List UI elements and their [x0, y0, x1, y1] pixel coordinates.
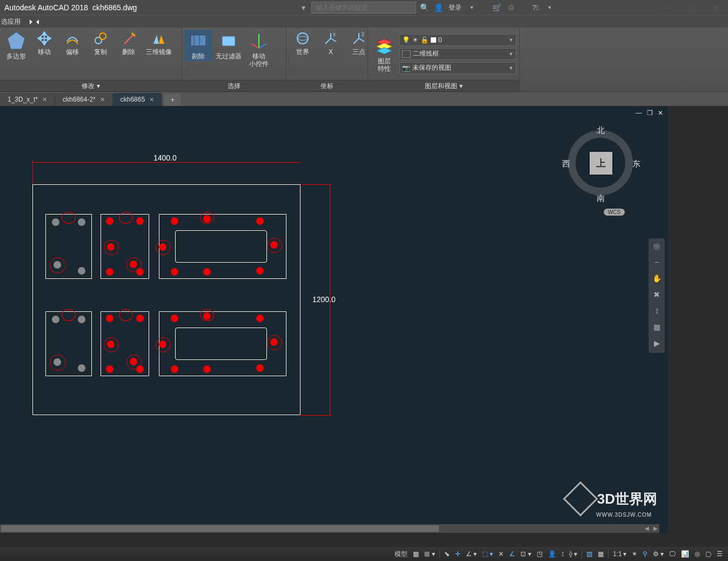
otrack-toggle[interactable]: ∠: [507, 549, 517, 559]
look-icon[interactable]: ⟟: [651, 306, 662, 317]
help-dropdown-icon[interactable]: ▼: [544, 2, 556, 14]
scale-button[interactable]: 1:1 ▾: [611, 549, 629, 559]
polygon-label: 多边形: [6, 52, 26, 60]
menu-dropdown-icon[interactable]: ▾: [297, 2, 309, 14]
steering-wheel-icon[interactable]: ◎: [651, 242, 662, 252]
menu-toggle-icon[interactable]: ⏵⏴: [28, 18, 41, 25]
x-axis-button[interactable]: x X: [317, 30, 345, 57]
mirror3d-button[interactable]: 三维镜像: [143, 30, 175, 57]
polygon-button[interactable]: 多边形: [2, 30, 30, 61]
cart-icon[interactable]: 🛒: [491, 2, 503, 14]
ribbon-tools: 图层 特性 💡☀🔓0 ▼ 二维线框 ▼ 📷未保: [368, 28, 519, 80]
window-controls: — ☐ ✕: [655, 0, 728, 15]
pan-icon[interactable]: ✋: [651, 274, 662, 285]
layer-props-button[interactable]: 图层 特性: [370, 30, 398, 78]
layer-props-icon: [375, 36, 394, 55]
svg-line-9: [259, 44, 266, 48]
exchange-icon[interactable]: ♲: [505, 2, 517, 14]
search-icon[interactable]: 🔍: [418, 2, 430, 14]
orbit-icon[interactable]: ✖: [651, 290, 662, 301]
login-label[interactable]: 登录: [449, 3, 462, 12]
iso-toggle[interactable]: ∠ ▾: [464, 549, 479, 559]
tab-close-icon[interactable]: ✕: [42, 96, 47, 103]
isolate-toggle[interactable]: ◎: [692, 549, 702, 559]
viewcube-west[interactable]: 西: [562, 159, 570, 169]
scroll-thumb[interactable]: [1, 525, 439, 532]
clean-screen-toggle[interactable]: ▢: [703, 549, 713, 559]
tab-add-button[interactable]: +: [164, 94, 181, 106]
gizmo-toggle[interactable]: ⟠ ▾: [567, 549, 579, 559]
monitor-toggle[interactable]: 🖵: [667, 549, 678, 559]
move-button[interactable]: 移动: [30, 30, 58, 57]
dyn-input-toggle[interactable]: 👤: [546, 549, 558, 559]
cycling-toggle[interactable]: ▦: [596, 549, 606, 559]
panel-title-modify[interactable]: 修改 ▾: [0, 80, 182, 91]
nofilter-button[interactable]: 无过滤器: [212, 30, 245, 61]
watermark-url: WWW.3DSJW.COM: [596, 512, 652, 518]
help-icon[interactable]: ?⃝: [530, 2, 542, 14]
hardware-accel-toggle[interactable]: 📊: [679, 549, 691, 559]
workspace-button[interactable]: ⚙ ▾: [651, 549, 666, 559]
viewcube-east[interactable]: 东: [632, 159, 640, 169]
doc-close-icon[interactable]: ✕: [656, 109, 665, 117]
zoom-minus-icon[interactable]: −: [651, 258, 662, 269]
file-tab[interactable]: 1_3D_x_t*✕: [0, 93, 55, 106]
filter-toggle[interactable]: ⟟: [559, 549, 566, 559]
gizmo-button[interactable]: 移动 小控件: [245, 30, 273, 69]
file-tab[interactable]: ckh6864-2*✕: [55, 93, 113, 106]
watermark-logo-icon: [563, 481, 598, 516]
annotation-toggle[interactable]: ✶: [630, 549, 639, 559]
status-bar: 模型 ▦ ⊞ ▾ ⬊ ✛ ∠ ▾ ⬚ ▾ ✕ ∠ ⊡ ▾ ◳ 👤 ⟟ ⟠ ▾ ▨…: [0, 547, 728, 561]
grid-icon[interactable]: ▦: [651, 323, 662, 333]
scroll-right-icon[interactable]: ▶: [652, 525, 659, 532]
offset-label: 偏移: [66, 48, 79, 56]
offset-button[interactable]: 偏移: [58, 30, 86, 57]
viewcube-north[interactable]: 北: [597, 125, 605, 136]
dim-extension-line: [32, 160, 33, 187]
transparency-toggle[interactable]: ▨: [584, 549, 595, 559]
3dosnap-toggle[interactable]: ✕: [496, 549, 506, 559]
snap-toggle[interactable]: ⊞ ▾: [422, 549, 437, 559]
delete-button[interactable]: 删除: [115, 30, 143, 57]
cull-button[interactable]: 剔除: [184, 30, 212, 61]
login-dropdown-icon[interactable]: ▼: [466, 2, 478, 14]
user-icon[interactable]: 👤: [432, 2, 444, 14]
menu-app-select[interactable]: 选应用: [1, 17, 21, 26]
panel-title-coords[interactable]: 坐标: [286, 80, 368, 91]
viewcube-face-top[interactable]: 上: [590, 152, 612, 175]
doc-restore-icon[interactable]: ❐: [645, 109, 654, 117]
panel-title-layer-view[interactable]: 图层和视图 ▾: [368, 80, 519, 91]
viewcube-south[interactable]: 南: [597, 193, 605, 204]
grid-toggle[interactable]: ▦: [411, 549, 421, 559]
scroll-left-icon[interactable]: ◀: [643, 525, 651, 532]
horizontal-scrollbar[interactable]: ◀ ▶: [0, 524, 659, 533]
lineweight-toggle[interactable]: ⊡ ▾: [518, 549, 533, 559]
layer-dropdown[interactable]: 💡☀🔓0 ▼: [399, 34, 516, 46]
world-button[interactable]: 世界: [289, 30, 317, 57]
minimize-button[interactable]: —: [655, 0, 679, 15]
view-dropdown[interactable]: 📷未保存的视图 ▼: [399, 62, 516, 74]
doc-minimize-icon[interactable]: —: [635, 109, 643, 117]
customize-button[interactable]: ☰: [714, 549, 725, 559]
search-input[interactable]: [311, 2, 416, 14]
copy-button[interactable]: 复制: [86, 30, 115, 57]
ortho-toggle[interactable]: ⬊: [442, 549, 452, 559]
tab-close-icon[interactable]: ✕: [149, 96, 154, 103]
tab-close-icon[interactable]: ✕: [100, 96, 105, 103]
ucs-toggle[interactable]: ◳: [535, 549, 545, 559]
file-tab-active[interactable]: ckh6865✕: [113, 93, 162, 106]
osnap-toggle[interactable]: ⬚ ▾: [480, 549, 495, 559]
polar-toggle[interactable]: ✛: [453, 549, 463, 559]
drawing-canvas[interactable]: — ❐ ✕ 上 北 南 西 东 WCS ◎ − ✋ ✖ ⟟ ▦ ▶ 1400.0…: [0, 106, 668, 533]
polygon-icon: [6, 31, 26, 50]
visual-style-dropdown[interactable]: 二维线框 ▼: [399, 48, 516, 60]
play-icon[interactable]: ▶: [651, 339, 662, 350]
maximize-button[interactable]: ☐: [679, 0, 704, 15]
wcs-badge[interactable]: WCS: [604, 209, 625, 216]
annotation-auto-toggle[interactable]: ⚲: [640, 549, 650, 559]
view-cube[interactable]: 上 北 南 西 东: [560, 122, 641, 203]
color-swatch-icon: [431, 37, 436, 43]
file-title: ckh6865.dwg: [92, 3, 137, 12]
model-space-button[interactable]: 模型: [392, 549, 410, 559]
close-button[interactable]: ✕: [704, 0, 728, 15]
